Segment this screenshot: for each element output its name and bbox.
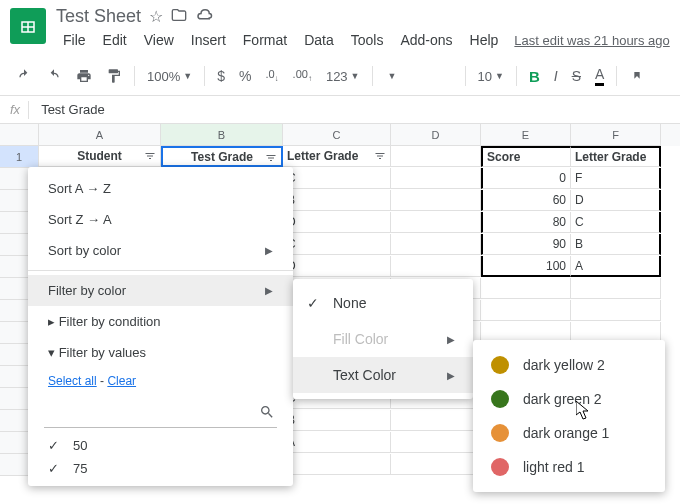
- cell[interactable]: [481, 300, 571, 321]
- filter-values-item[interactable]: ▾ Filter by values: [28, 337, 293, 368]
- menu-addons[interactable]: Add-ons: [393, 29, 459, 51]
- print-icon[interactable]: [70, 63, 98, 89]
- percent-button[interactable]: %: [233, 63, 257, 89]
- row-header-1[interactable]: 1: [0, 146, 39, 168]
- filter-search-box[interactable]: [44, 400, 277, 428]
- menu-tools[interactable]: Tools: [344, 29, 391, 51]
- cell[interactable]: B: [283, 190, 391, 211]
- star-icon[interactable]: ☆: [149, 7, 163, 26]
- filter-color-item[interactable]: Filter by color▶: [28, 275, 293, 306]
- cell[interactable]: [391, 454, 481, 475]
- fill-color-button[interactable]: [623, 63, 651, 89]
- cell[interactable]: [391, 432, 481, 453]
- menu-help[interactable]: Help: [463, 29, 506, 51]
- font-size-dropdown[interactable]: 10 ▼: [472, 65, 510, 88]
- menu-view[interactable]: View: [137, 29, 181, 51]
- move-icon[interactable]: [171, 7, 187, 27]
- cell[interactable]: D: [283, 212, 391, 233]
- dec-dec-button[interactable]: .0↓: [259, 63, 284, 88]
- cell[interactable]: 60: [481, 190, 571, 211]
- col-header-B[interactable]: B: [161, 124, 283, 146]
- cell[interactable]: B: [283, 410, 391, 431]
- text-color-submenu: dark yellow 2dark green 2dark orange 1li…: [473, 340, 665, 492]
- sort-az-item[interactable]: Sort A → Z: [28, 173, 293, 204]
- cell[interactable]: C: [283, 168, 391, 189]
- select-all-link[interactable]: Select all: [48, 374, 97, 388]
- cell[interactable]: B: [571, 234, 661, 255]
- fill-color-item[interactable]: Fill Color▶: [293, 321, 473, 357]
- filter-condition-item[interactable]: ▸ Filter by condition: [28, 306, 293, 337]
- more-formats-dropdown[interactable]: 123▼: [320, 65, 366, 88]
- col-header-D[interactable]: D: [391, 124, 481, 146]
- redo-icon[interactable]: [40, 63, 68, 89]
- corner-cell[interactable]: [0, 124, 39, 146]
- cell[interactable]: [391, 410, 481, 431]
- sort-za-item[interactable]: Sort Z → A: [28, 204, 293, 235]
- filter-icon[interactable]: [142, 148, 158, 164]
- cell[interactable]: C: [571, 212, 661, 233]
- cell-B1[interactable]: Test Grade: [161, 146, 283, 167]
- zoom-dropdown[interactable]: 100% ▼: [141, 65, 198, 88]
- menu-edit[interactable]: Edit: [96, 29, 134, 51]
- cell[interactable]: D: [283, 256, 391, 277]
- undo-icon[interactable]: [10, 63, 38, 89]
- cell[interactable]: A: [283, 432, 391, 453]
- font-dropdown[interactable]: ▼: [379, 67, 459, 85]
- col-header-C[interactable]: C: [283, 124, 391, 146]
- cell[interactable]: 80: [481, 212, 571, 233]
- cell-A1[interactable]: Student: [39, 146, 161, 167]
- filter-value-50[interactable]: ✓50: [28, 434, 293, 457]
- cell[interactable]: 90: [481, 234, 571, 255]
- cell[interactable]: [283, 454, 391, 475]
- cell[interactable]: F: [571, 168, 661, 189]
- cell[interactable]: [391, 168, 481, 189]
- cell[interactable]: [571, 278, 661, 299]
- clear-link[interactable]: Clear: [107, 374, 136, 388]
- filter-icon[interactable]: [372, 148, 388, 164]
- cell[interactable]: [571, 300, 661, 321]
- cell[interactable]: [391, 234, 481, 255]
- cell-D1[interactable]: [391, 146, 481, 167]
- cell[interactable]: [391, 190, 481, 211]
- cell-C1[interactable]: Letter Grade: [283, 146, 391, 167]
- cell[interactable]: 100: [481, 256, 571, 277]
- sort-color-item[interactable]: Sort by color▶: [28, 235, 293, 266]
- cell[interactable]: 0: [481, 168, 571, 189]
- col-header-A[interactable]: A: [39, 124, 161, 146]
- dec-inc-button[interactable]: .00↑: [287, 63, 318, 88]
- italic-button[interactable]: I: [548, 63, 564, 89]
- filter-none-item[interactable]: ✓None: [293, 285, 473, 321]
- menu-format[interactable]: Format: [236, 29, 294, 51]
- col-header-E[interactable]: E: [481, 124, 571, 146]
- paint-format-icon[interactable]: [100, 63, 128, 89]
- last-edit-link[interactable]: Last edit was 21 hours ago: [514, 33, 669, 48]
- filter-value-75[interactable]: ✓75: [28, 457, 293, 480]
- cell[interactable]: D: [571, 190, 661, 211]
- menu-data[interactable]: Data: [297, 29, 341, 51]
- formula-input[interactable]: Test Grade: [35, 99, 111, 120]
- filter-icon[interactable]: [263, 150, 279, 166]
- cell-E1[interactable]: Score: [481, 146, 571, 167]
- color-option[interactable]: light red 1: [473, 450, 665, 484]
- text-color-button[interactable]: A: [589, 61, 610, 91]
- menu-insert[interactable]: Insert: [184, 29, 233, 51]
- bold-button[interactable]: B: [523, 63, 546, 90]
- color-option[interactable]: dark green 2: [473, 382, 665, 416]
- menu-file[interactable]: File: [56, 29, 93, 51]
- cloud-icon[interactable]: [195, 8, 213, 26]
- col-header-F[interactable]: F: [571, 124, 661, 146]
- color-option[interactable]: dark yellow 2: [473, 348, 665, 382]
- strike-button[interactable]: S: [566, 63, 587, 89]
- doc-title[interactable]: Test Sheet: [56, 6, 141, 27]
- cell[interactable]: A: [571, 256, 661, 277]
- text-color-item[interactable]: Text Color▶: [293, 357, 473, 393]
- sheets-logo[interactable]: [10, 8, 46, 44]
- color-option[interactable]: dark orange 1: [473, 416, 665, 450]
- cell[interactable]: C: [283, 234, 391, 255]
- filter-search-input[interactable]: [46, 406, 259, 421]
- cell[interactable]: [391, 256, 481, 277]
- cell-F1[interactable]: Letter Grade: [571, 146, 661, 167]
- cell[interactable]: [391, 212, 481, 233]
- cell[interactable]: [481, 278, 571, 299]
- currency-button[interactable]: $: [211, 63, 231, 89]
